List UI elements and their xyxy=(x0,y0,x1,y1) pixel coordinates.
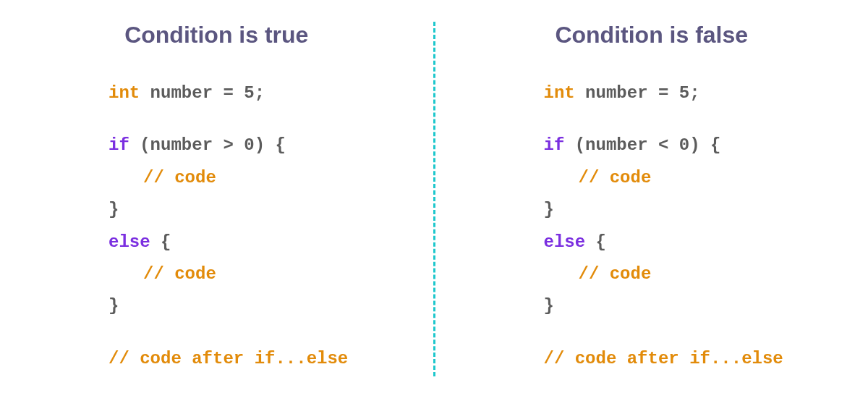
if-keyword: if xyxy=(544,135,565,155)
after-line: // code after if...else xyxy=(544,343,825,375)
left-code-block: int number = 5; if (number > 0) { // cod… xyxy=(109,77,390,375)
center-divider xyxy=(433,22,435,376)
blank-line xyxy=(109,109,390,130)
blank-line xyxy=(544,109,825,130)
else-body: // code xyxy=(544,258,825,290)
if-body: // code xyxy=(109,162,390,194)
after-line: // code after if...else xyxy=(109,343,390,375)
right-title: Condition is false xyxy=(479,22,825,48)
if-line: if (number > 0) { xyxy=(109,130,390,161)
if-cond: (number > 0) { xyxy=(129,135,286,155)
left-title: Condition is true xyxy=(43,22,390,48)
if-close: } xyxy=(109,194,390,226)
diagram-container: Condition is true int number = 5; if (nu… xyxy=(0,0,868,401)
left-panel: Condition is true int number = 5; if (nu… xyxy=(14,22,419,375)
if-cond: (number < 0) { xyxy=(564,135,720,155)
else-close: } xyxy=(109,290,390,322)
blank-line xyxy=(544,323,825,343)
decl-text: number = 5; xyxy=(575,83,700,103)
blank-line xyxy=(109,323,390,343)
if-close: } xyxy=(544,194,825,226)
else-line: else { xyxy=(544,227,825,258)
if-line: if (number < 0) { xyxy=(544,130,825,161)
if-keyword: if xyxy=(109,135,129,155)
else-body: // code xyxy=(109,258,390,290)
decl-text: number = 5; xyxy=(140,83,265,103)
decl-line: int number = 5; xyxy=(544,77,825,109)
decl-line: int number = 5; xyxy=(109,77,390,109)
else-line: else { xyxy=(109,227,390,258)
right-panel: Condition is false int number = 5; if (n… xyxy=(450,22,854,375)
else-keyword: else xyxy=(109,232,150,252)
else-close: } xyxy=(544,290,825,322)
if-body: // code xyxy=(544,162,825,194)
type-keyword: int xyxy=(109,83,140,103)
else-keyword: else xyxy=(544,232,586,252)
right-code-block: int number = 5; if (number < 0) { // cod… xyxy=(544,77,825,375)
type-keyword: int xyxy=(544,83,575,103)
